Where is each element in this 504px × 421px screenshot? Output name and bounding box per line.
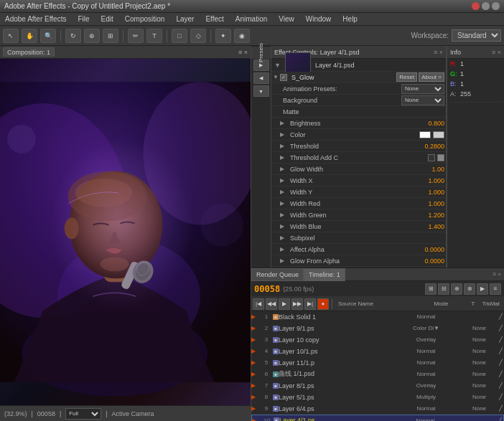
text-tool[interactable]: T bbox=[146, 29, 162, 43]
width-blue-value[interactable]: 1.400 bbox=[416, 223, 444, 230]
layer-row-2[interactable]: ▶ 2 ■ Layer 9/1.ps Color Di▼ None ╱ bbox=[251, 323, 504, 334]
width-red-expand[interactable]: ▶ bbox=[280, 200, 286, 207]
layer-row-1[interactable]: ▶ 1 ■ Black Solid 1 Normal ╱ bbox=[251, 311, 504, 323]
comp-viewport[interactable] bbox=[0, 59, 251, 405]
threshold-swatch2[interactable] bbox=[437, 154, 444, 161]
background-select[interactable]: None bbox=[401, 95, 444, 105]
tl-transport-start[interactable]: |◀ bbox=[253, 298, 264, 310]
tl-btn-1[interactable]: ⊞ bbox=[425, 283, 437, 295]
width-green-expand[interactable]: ▶ bbox=[280, 212, 286, 218]
width-y-value[interactable]: 1.000 bbox=[416, 189, 444, 196]
width-x-value[interactable]: 1.000 bbox=[416, 177, 444, 184]
effect-about-button[interactable]: About = bbox=[419, 72, 444, 82]
selection-tool[interactable]: ↖ bbox=[3, 29, 19, 43]
tl-transport-next[interactable]: ▶▶ bbox=[291, 298, 303, 310]
width-y-expand[interactable]: ▶ bbox=[280, 189, 286, 195]
clone-tool[interactable]: ✦ bbox=[215, 29, 231, 43]
layer-row-7[interactable]: ▶ 7 ■ Layer 8/1.ps Overlay None ╱ bbox=[251, 380, 504, 392]
width-green-value[interactable]: 1.200 bbox=[416, 212, 444, 219]
layer-10-expand[interactable]: ▶ bbox=[252, 417, 259, 422]
color-swatch2[interactable] bbox=[433, 131, 444, 138]
color-swatch[interactable] bbox=[419, 131, 431, 138]
layer-row-4[interactable]: ▶ 4 ■ Layer 10/1.ps Normal None ╱ bbox=[251, 346, 504, 357]
tl-btn-5[interactable]: ▶ bbox=[477, 283, 488, 295]
tl-btn-4[interactable]: ⊗ bbox=[464, 283, 475, 295]
presets-btn-3[interactable]: ▼ bbox=[253, 85, 269, 97]
rotation-tool[interactable]: ↻ bbox=[65, 29, 81, 43]
workspace-dropdown[interactable]: Standard bbox=[452, 29, 501, 42]
composition-tab[interactable]: Composition: 1 bbox=[3, 47, 55, 57]
glow-from-alpha-expand[interactable]: ▶ bbox=[280, 257, 286, 264]
layer-row-9[interactable]: ▶ 9 ■ Layer 6/4.ps Normal None ╱ bbox=[251, 403, 504, 415]
zoom-tool[interactable]: 🔍 bbox=[40, 29, 56, 43]
render-queue-tab[interactable]: Render Queue bbox=[251, 268, 304, 281]
subpixel-expand[interactable]: ▶ bbox=[280, 235, 286, 241]
tl-record-btn[interactable]: ● bbox=[317, 298, 329, 310]
camera-orbit-tool[interactable]: ⊕ bbox=[84, 29, 100, 43]
presets-btn-2[interactable]: ◀ bbox=[253, 72, 269, 84]
menu-animation[interactable]: Animation bbox=[233, 15, 269, 23]
effect-expand[interactable]: ▼ bbox=[273, 74, 279, 80]
layer-9-expand[interactable]: ▶ bbox=[251, 405, 258, 412]
threshold-expand[interactable]: ▶ bbox=[280, 143, 286, 149]
glow-from-alpha-value[interactable]: 0.0000 bbox=[416, 257, 444, 265]
layer-row-6[interactable]: ▶ 6 ■ 曲线 1/1.psd Normal None ╱ bbox=[251, 369, 504, 380]
affect-alpha-expand[interactable]: ▶ bbox=[280, 246, 286, 252]
layer-row-3[interactable]: ▶ 3 ■ Layer 10 copy Overlay None ╱ bbox=[251, 334, 504, 346]
close-button[interactable] bbox=[472, 2, 480, 10]
menu-edit[interactable]: Edit bbox=[99, 15, 116, 23]
color-expand[interactable]: ▶ bbox=[280, 131, 286, 138]
quality-selector[interactable]: Full Half Quarter bbox=[65, 408, 101, 420]
hand-tool[interactable]: ✋ bbox=[22, 29, 37, 43]
menu-window[interactable]: Window bbox=[304, 15, 334, 23]
layer-1-expand[interactable]: ▶ bbox=[251, 313, 258, 320]
effect-enable-checkbox[interactable]: ✓ bbox=[280, 74, 287, 81]
effect-properties-scroll[interactable]: ▶ Brightness 0.800 ▶ Color bbox=[271, 118, 446, 268]
layer-row-5[interactable]: ▶ 5 ■ Layer 11/1.p Normal None ╱ bbox=[251, 357, 504, 369]
menu-help[interactable]: Help bbox=[340, 15, 360, 23]
brightness-value[interactable]: 0.800 bbox=[416, 120, 444, 127]
width-blue-expand[interactable]: ▶ bbox=[280, 223, 286, 230]
threshold-add-expand[interactable]: ▶ bbox=[280, 154, 286, 161]
layer-7-expand[interactable]: ▶ bbox=[251, 382, 258, 389]
effects-panel-controls[interactable]: ≡ × bbox=[434, 49, 443, 56]
glow-width-expand[interactable]: ▶ bbox=[280, 166, 286, 172]
menu-layer[interactable]: Layer bbox=[174, 15, 196, 23]
layer-3-expand[interactable]: ▶ bbox=[251, 336, 258, 343]
glow-width-value[interactable]: 1.00 bbox=[416, 166, 444, 173]
width-red-value[interactable]: 1.000 bbox=[416, 200, 444, 207]
layer-5-expand[interactable]: ▶ bbox=[251, 359, 258, 366]
timeline-controls[interactable]: ≡ × bbox=[493, 271, 504, 278]
pen-tool[interactable]: ✏ bbox=[128, 29, 144, 43]
layer-4-expand[interactable]: ▶ bbox=[251, 348, 258, 354]
comp-panel-menu-icon[interactable]: ≡ × bbox=[238, 49, 248, 56]
layer-expand-arrow[interactable]: ▼ bbox=[274, 62, 281, 69]
menu-ae[interactable]: Adobe After Effects bbox=[3, 15, 68, 23]
layer-row-10[interactable]: ▶ 10 ■ Layer 4/1.ps Normal ╱ bbox=[251, 415, 504, 421]
brightness-expand[interactable]: ▶ bbox=[280, 120, 286, 126]
layer-8-expand[interactable]: ▶ bbox=[251, 394, 258, 400]
threshold-value[interactable]: 0.2800 bbox=[416, 143, 444, 150]
affect-alpha-value[interactable]: 0.0000 bbox=[416, 246, 444, 253]
menu-effect[interactable]: Effect bbox=[203, 15, 225, 23]
layer-2-expand[interactable]: ▶ bbox=[251, 325, 258, 331]
tl-transport-end[interactable]: ▶| bbox=[304, 298, 316, 310]
info-panel-controls[interactable]: ≡ × bbox=[492, 49, 501, 56]
tl-btn-6[interactable]: ≡ bbox=[490, 283, 501, 295]
tl-btn-2[interactable]: ⊟ bbox=[438, 283, 449, 295]
tl-btn-3[interactable]: ⊕ bbox=[451, 283, 462, 295]
threshold-swatch[interactable] bbox=[428, 154, 435, 161]
menu-composition[interactable]: Composition bbox=[123, 15, 167, 23]
width-x-expand[interactable]: ▶ bbox=[280, 177, 286, 184]
minimize-button[interactable] bbox=[482, 2, 490, 10]
tl-transport-play[interactable]: ▶ bbox=[279, 298, 290, 310]
maximize-button[interactable] bbox=[492, 2, 500, 10]
tl-transport-prev[interactable]: ◀◀ bbox=[266, 298, 277, 310]
paint-tool[interactable]: ◉ bbox=[234, 29, 250, 43]
mask-tool[interactable]: ◇ bbox=[190, 29, 206, 43]
anim-presets-select[interactable]: None bbox=[401, 84, 444, 94]
shape-tool[interactable]: □ bbox=[172, 29, 187, 43]
layer-row-8[interactable]: ▶ 8 ■ Layer 5/1.ps Multiply None ╱ bbox=[251, 392, 504, 403]
menu-file[interactable]: File bbox=[75, 15, 91, 23]
effect-reset-button[interactable]: Reset bbox=[396, 72, 417, 82]
